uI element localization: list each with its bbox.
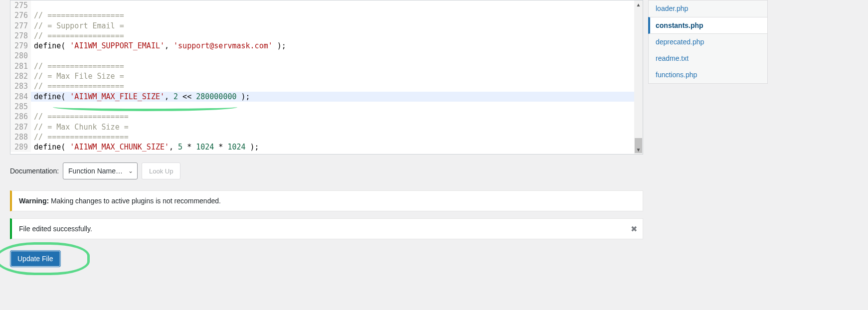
file-list: loader.phpconstants.phpdeprecated.phprea…	[648, 0, 768, 84]
line-number: 280	[14, 51, 28, 61]
code-line[interactable]: define( 'AI1WM_MAX_FILE_SIZE', 2 << 2800…	[31, 92, 643, 102]
warning-strong: Warning:	[19, 197, 49, 205]
line-number: 287	[14, 122, 28, 132]
code-line[interactable]: // = Max Chunk Size =	[34, 122, 643, 132]
line-number: 285	[14, 102, 28, 112]
code-line[interactable]: define( 'AI1WM_SUPPORT_EMAIL', 'support@…	[34, 41, 643, 51]
line-number: 277	[14, 21, 28, 31]
code-line[interactable]	[34, 51, 643, 61]
select-value: Function Name…	[68, 167, 123, 175]
close-icon: ✖	[631, 224, 637, 234]
code-editor[interactable]: 2752762772782792802812822832842852862872…	[10, 0, 643, 155]
code-line[interactable]: // =================	[34, 81, 643, 91]
code-line[interactable]: // ==================	[34, 112, 643, 122]
documentation-label: Documentation:	[10, 167, 59, 175]
chevron-down-icon: ⌄	[128, 167, 133, 174]
lookup-button[interactable]: Look Up	[142, 162, 180, 179]
line-number: 286	[14, 112, 28, 122]
line-number: 276	[14, 10, 28, 20]
line-number: 279	[14, 41, 28, 51]
editor-scrollbar[interactable]: ▲ ▼	[634, 0, 643, 154]
line-number: 284	[14, 92, 28, 102]
line-number: 281	[14, 61, 28, 71]
line-number: 282	[14, 71, 28, 81]
line-number: 283	[14, 81, 28, 91]
warning-text: Making changes to active plugins is not …	[49, 197, 221, 205]
code-line[interactable]: // ==================	[34, 132, 643, 142]
file-item-loader-php[interactable]: loader.php	[649, 0, 767, 17]
code-body[interactable]: // =================// = Support Email =…	[31, 0, 643, 152]
code-line[interactable]	[34, 0, 643, 10]
file-item-constants-php[interactable]: constants.php	[648, 17, 768, 34]
scroll-up-icon[interactable]: ▲	[634, 0, 643, 9]
dismiss-button[interactable]: ✖	[629, 224, 639, 234]
file-item-readme-txt[interactable]: readme.txt	[649, 50, 767, 67]
code-line[interactable]: // = Support Email =	[34, 21, 643, 31]
line-number: 275	[14, 0, 28, 10]
line-number: 288	[14, 132, 28, 142]
code-line[interactable]: // =================	[34, 61, 643, 71]
code-line[interactable]: // = Max File Size =	[34, 71, 643, 81]
file-item-deprecated-php[interactable]: deprecated.php	[649, 34, 767, 50]
code-line[interactable]	[34, 102, 643, 112]
scroll-down-icon[interactable]: ▼	[634, 146, 643, 154]
code-line[interactable]: define( 'AI1WM_MAX_CHUNK_SIZE', 5 * 1024…	[34, 142, 643, 152]
line-number: 278	[14, 31, 28, 41]
update-file-button[interactable]: Update File	[10, 250, 61, 267]
file-item-functions-php[interactable]: functions.php	[649, 67, 767, 83]
code-line[interactable]: // =================	[34, 31, 643, 41]
function-name-select[interactable]: Function Name… ⌄	[63, 162, 138, 179]
warning-notice: Warning: Making changes to active plugin…	[10, 190, 643, 211]
line-gutter: 2752762772782792802812822832842852862872…	[10, 0, 31, 152]
success-text: File edited successfully.	[19, 225, 92, 233]
line-number: 289	[14, 142, 28, 152]
success-notice: File edited successfully. ✖	[10, 218, 643, 239]
code-line[interactable]: // =================	[34, 10, 643, 20]
